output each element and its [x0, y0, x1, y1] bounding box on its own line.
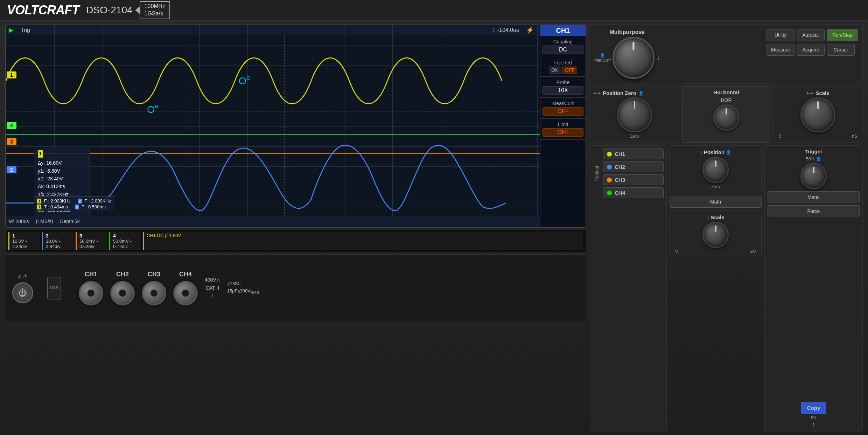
screen-section: ▶ Trig T: -104.0us ⚡	[5, 25, 586, 431]
ch2-btn-label: CH2	[615, 164, 625, 170]
ch3-dot	[607, 178, 612, 182]
svg-text:b: b	[246, 74, 250, 81]
top-controls: Multipurpose 👤 Menu off ↓	[590, 25, 863, 83]
trigger-knob[interactable]	[800, 163, 827, 189]
autoset-button[interactable]: Autoset	[797, 29, 825, 41]
acquire-button[interactable]: Acquire	[797, 44, 825, 56]
ch2-dot	[607, 165, 612, 170]
probe-label: Probe	[542, 80, 583, 85]
ch1-button[interactable]: CH1	[603, 149, 664, 159]
ch1-status-div: 2.34div	[12, 244, 37, 249]
h-position-label: Position Zero	[603, 90, 636, 96]
safety-voltage: 400V△	[205, 276, 220, 284]
v-scale-knob[interactable]	[702, 222, 729, 248]
h-position-header: ⟺ Position Zero 👤	[594, 90, 676, 96]
ch2-period: T : 0.500ms	[82, 204, 105, 209]
cursor-b	[239, 78, 245, 84]
copy-button[interactable]: Copy	[801, 402, 826, 414]
limit-label: Limit	[542, 122, 583, 127]
ch1-status-num: 1	[12, 233, 37, 239]
v-position-knob[interactable]	[702, 157, 729, 183]
multipurpose-group: Multipurpose 👤 Menu off ↓	[594, 29, 660, 79]
inverted-off-btn[interactable]: OFF	[562, 67, 577, 74]
inverted-on-btn[interactable]: ON	[549, 67, 561, 74]
power-button[interactable]: ⏻	[12, 282, 33, 303]
ch3-button[interactable]: CH3	[603, 174, 664, 185]
ch2-status-div: 2.84div	[46, 244, 71, 249]
ch4-connector-group: CH4	[173, 271, 198, 305]
top-btn-row2: Measure Acquire Cursor	[766, 44, 858, 56]
trigger-50-label: 50%	[806, 157, 814, 161]
vertical-section: Vertical CH1 CH2	[590, 145, 667, 431]
menu-off-text: 👤 Menu off	[594, 53, 610, 63]
hor-knob[interactable]	[713, 104, 740, 131]
force-button[interactable]: Force	[768, 205, 860, 217]
specs-box: 100MHz 1GSa/s	[140, 1, 170, 19]
ch2-button[interactable]: CH2	[603, 161, 664, 172]
safety-info: 400V△ CAT II ⏚	[205, 276, 220, 299]
scale-mv-label: mV	[750, 249, 756, 254]
inverted-label: Inverted	[542, 60, 583, 65]
ch4-marker: 2	[7, 166, 16, 173]
utility-button[interactable]: Utility	[766, 29, 794, 41]
impedance-info: ⏚1MΩ, 15pF≤300VRMS	[227, 280, 259, 296]
multipurpose-knob[interactable]	[612, 37, 654, 79]
arrow-down-icon: ↓	[657, 54, 660, 62]
limit-value: OFF	[542, 128, 583, 137]
bottom-controls-row: Vertical CH1 CH2	[590, 145, 863, 431]
ground-icon: ⏚ ⚠	[18, 273, 28, 279]
meas-curr-row: MeasCurr OFF	[540, 98, 586, 119]
v-position-label: Position	[704, 149, 724, 155]
top-btn-row1: Utility Autoset Run/Stop	[766, 29, 858, 41]
meas-y2: y2: -23.40V	[38, 175, 86, 182]
v-scale-arrow-icon: ↕	[707, 215, 709, 220]
vertical-label: Vertical	[593, 165, 601, 182]
v-scale-section: ↕ Scale V mV	[670, 210, 762, 258]
ch1-status-val: 10.0V -	[12, 239, 37, 244]
ch1-status: 1 10.0V - 2.34div	[8, 232, 40, 250]
bandwidth: 100MHz	[145, 3, 166, 10]
probe-value: 10X	[542, 86, 583, 95]
h-scale-labels: S nS	[777, 134, 859, 139]
ch3-status-div: 0.62div	[79, 244, 104, 249]
ch4-btn-label: CH4	[615, 190, 625, 196]
ch4-bnc	[173, 281, 198, 305]
svg-text:a: a	[155, 103, 158, 110]
v-position-header: ↕ Position 👤	[700, 149, 731, 155]
inverted-row: Inverted ON OFF	[540, 57, 586, 77]
cursor-button[interactable]: Cursor	[827, 44, 855, 56]
h-position-knob[interactable]	[617, 97, 652, 132]
ch2-status-num: 2	[46, 233, 71, 239]
ch1-waveform	[6, 58, 502, 104]
v-position-scale: ↕ Position 👤 Zero Math ↕ Scale	[670, 145, 762, 431]
trigger-menu-button[interactable]: Menu	[768, 191, 860, 203]
capacitance-text: 15pF≤300VRMS	[227, 288, 259, 296]
depth-display: Depth:5k	[60, 219, 80, 224]
meas-curr-label: MeasCurr	[542, 101, 583, 106]
sample-rate: 1GSa/s	[145, 10, 166, 18]
h-position-section: ⟺ Position Zero 👤 Zero	[590, 86, 679, 143]
ch2-status-val: 10.0V -	[46, 239, 71, 244]
ch4-connector-label: CH4	[179, 271, 192, 278]
right-buttons-group: Utility Autoset Run/Stop Measure Acquire…	[766, 29, 858, 56]
h-arrow-icon: ⟺	[594, 90, 601, 96]
run-stop-button[interactable]: Run/Stop	[827, 29, 858, 41]
v-scale-labels: V mV	[673, 249, 758, 254]
ch4-button[interactable]: CH4	[603, 187, 664, 198]
ch1-btn-label: CH1	[615, 151, 625, 157]
horizontal-label: Horizontal	[685, 89, 767, 95]
ch3-status: 3 50.0mV - 0.62div	[76, 232, 107, 250]
math-button[interactable]: Math	[670, 196, 762, 208]
trigger-header: 50% 👤	[806, 157, 821, 161]
scale-s-label: S	[779, 134, 782, 139]
hor-label: HOR	[721, 97, 732, 103]
ch4-status: 4 50.0mV - 0.72div	[109, 232, 141, 250]
ch1-period: T : 0.494ms	[44, 204, 68, 209]
trigger-position-group: 50% 👤	[768, 157, 860, 189]
v-arrow-icon: ↕	[700, 150, 702, 155]
scale-ns-label: nS	[852, 134, 857, 139]
measure-button[interactable]: Measure	[766, 44, 794, 56]
ch3-status-val: 50.0mV -	[79, 239, 104, 244]
h-scale-knob[interactable]	[800, 97, 835, 132]
ch4-status-num: 4	[113, 233, 138, 239]
